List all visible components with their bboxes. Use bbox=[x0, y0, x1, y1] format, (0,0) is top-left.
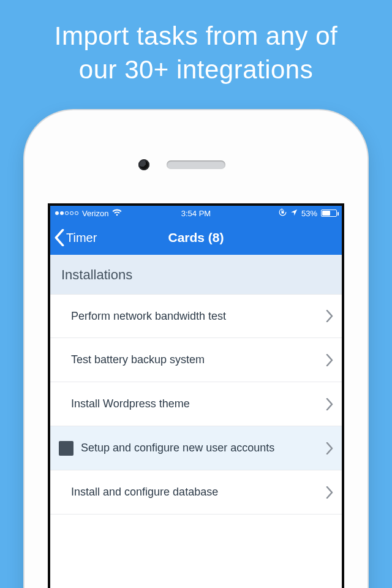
status-bar: Verizon 3:54 PM 53% bbox=[50, 206, 342, 221]
list-item[interactable]: Test battery backup system bbox=[50, 338, 342, 382]
signal-strength-icon bbox=[55, 211, 78, 215]
chevron-right-icon bbox=[326, 354, 333, 366]
list-item-label: Test battery backup system bbox=[71, 353, 326, 366]
chevron-right-icon bbox=[326, 486, 333, 499]
back-button[interactable]: Timer bbox=[50, 229, 97, 246]
orientation-lock-icon bbox=[279, 208, 287, 218]
battery-percent-label: 53% bbox=[301, 209, 317, 218]
list-item-label: Perform network bandwidth test bbox=[71, 310, 326, 323]
phone-camera bbox=[138, 159, 149, 170]
battery-icon bbox=[321, 209, 337, 217]
list-item[interactable]: Perform network bandwidth test bbox=[50, 294, 342, 338]
nav-bar: Timer Cards (8) bbox=[50, 221, 342, 255]
wifi-icon bbox=[112, 209, 122, 218]
headline-line-1: Import tasks from any of bbox=[55, 21, 337, 50]
section-header: Installations bbox=[50, 255, 342, 294]
list-item-label: Setup and configure new user accounts bbox=[81, 442, 326, 454]
phone-screen: Verizon 3:54 PM 53% bbox=[48, 203, 344, 588]
location-icon bbox=[290, 209, 298, 218]
chevron-right-icon bbox=[326, 442, 333, 454]
svg-rect-1 bbox=[281, 211, 284, 214]
card-list[interactable]: Perform network bandwidth testTest batte… bbox=[50, 294, 342, 514]
list-item-label: Install and configure database bbox=[71, 486, 326, 499]
chevron-left-icon bbox=[54, 229, 65, 246]
carrier-label: Verizon bbox=[82, 209, 108, 218]
list-item[interactable]: Install Wordpress theme bbox=[50, 382, 342, 426]
chevron-right-icon bbox=[326, 398, 333, 410]
phone-frame: Verizon 3:54 PM 53% bbox=[24, 110, 368, 588]
list-item[interactable]: Install and configure database bbox=[50, 470, 342, 514]
back-label: Timer bbox=[66, 231, 97, 245]
list-item[interactable]: Setup and configure new user accounts bbox=[50, 426, 342, 470]
chevron-right-icon bbox=[326, 310, 333, 322]
list-item-label: Install Wordpress theme bbox=[71, 398, 326, 410]
marketing-headline: Import tasks from any of our 30+ integra… bbox=[0, 0, 392, 86]
headline-line-2: our 30+ integrations bbox=[79, 55, 313, 84]
phone-speaker bbox=[167, 160, 225, 169]
checkbox-icon[interactable] bbox=[59, 441, 74, 456]
